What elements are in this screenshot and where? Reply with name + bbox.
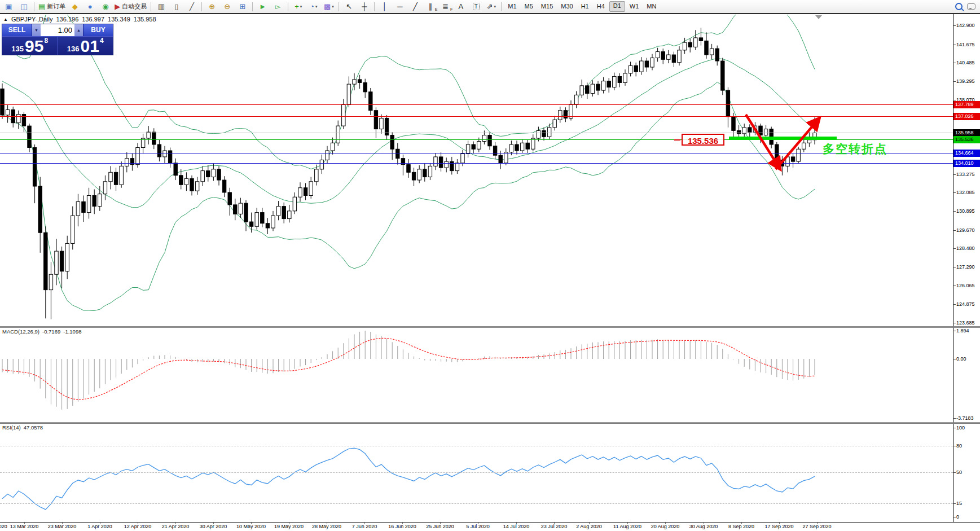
signals-icon: ◉ (102, 2, 108, 11)
volume-down-button[interactable]: ▼ (32, 24, 41, 36)
volume-up-button[interactable]: ▲ (74, 24, 83, 36)
toolbar-separator (288, 2, 288, 11)
auto-scroll-icon[interactable]: ► (256, 1, 270, 12)
buy-price-whole: 136 (67, 45, 80, 53)
horizontal-line-icon[interactable]: ─ (393, 1, 407, 12)
trendline-icon[interactable]: ╱ (408, 1, 422, 12)
new-order-button[interactable]: ▤新订单 (37, 1, 67, 12)
candlestick-chart-icon[interactable]: ▯ (169, 1, 183, 12)
signals-icon[interactable]: ◉ (98, 1, 112, 12)
chart-shift-marker[interactable] (815, 15, 822, 19)
market-icon[interactable]: ◆ (68, 1, 82, 12)
market-icon: ◆ (72, 2, 78, 11)
channel-icon[interactable]: ∥E (423, 1, 437, 12)
symbol-period-label: GBPJPY-,Daily (11, 16, 53, 23)
timeframe-mn[interactable]: MN (643, 2, 660, 11)
ohlc-high: 136.997 (82, 16, 104, 23)
zoom-in-icon[interactable]: ⊕ (205, 1, 219, 12)
chart-title: ▲ GBPJPY-,Daily 136.196 136.997 135.349 … (3, 16, 156, 23)
chart-profile-icon: ◫ (20, 2, 27, 11)
trendline-icon: ╱ (413, 2, 418, 11)
templates-button[interactable]: ▩▾ (322, 1, 336, 12)
chart-canvas[interactable]: 142.900141.675140.485139.295138.070136.8… (0, 0, 980, 531)
text-label-icon: T (473, 3, 480, 10)
toolbar-separator (501, 2, 502, 11)
fibonacci-icon[interactable]: ≣F (438, 1, 452, 12)
bar-chart-icon[interactable]: ▥ (154, 1, 168, 12)
zoom-out-icon[interactable]: ⊖ (220, 1, 234, 12)
vertical-line-icon: │ (383, 2, 387, 11)
timeframe-d1[interactable]: D1 (609, 1, 625, 12)
timeframe-h1[interactable]: H1 (578, 2, 592, 11)
rsi-name: RSI(14) (2, 424, 21, 431)
autotrade-button[interactable]: ▶自动交易 (113, 1, 148, 12)
support-price-flag-dash (674, 139, 680, 141)
vertical-line-icon[interactable]: │ (377, 1, 392, 12)
line-chart-icon[interactable]: ╱ (184, 1, 199, 12)
zoom-out-icon: ⊖ (224, 2, 230, 11)
buy-button[interactable]: BUY (83, 24, 113, 36)
ohlc-close: 135.958 (134, 16, 156, 23)
search-icon[interactable] (955, 3, 963, 10)
price-chart-svg[interactable] (0, 0, 980, 531)
candlestick-chart-icon: ▯ (174, 2, 178, 11)
timeframe-m1[interactable]: M1 (504, 2, 520, 11)
tile-windows-icon[interactable]: ⊞ (235, 1, 249, 12)
chat-icon[interactable] (967, 3, 975, 10)
channel-icon: ∥ (429, 2, 433, 11)
community-icon[interactable]: ● (83, 1, 97, 12)
macd-label: MACD(12,26,9) -0.7169 -1.1098 (2, 328, 81, 335)
macd-value-signal: -1.1098 (63, 328, 81, 335)
line-chart-icon: ╱ (190, 2, 194, 11)
support-price-flag[interactable]: 135.536 (682, 134, 724, 146)
toolbar-separator (339, 2, 339, 11)
cursor-icon[interactable]: ↖ (342, 1, 356, 12)
toolbar-separator (201, 2, 202, 11)
sell-price-pips: 95 (25, 40, 43, 53)
timeframe-m30[interactable]: M30 (557, 2, 576, 11)
ohlc-low: 135.349 (108, 16, 130, 23)
ohlc-open: 136.196 (56, 16, 78, 23)
crosshair-icon[interactable]: ┼ (357, 1, 371, 12)
timeframe-m15[interactable]: M15 (538, 2, 556, 11)
one-click-trading-panel: SELL ▼ ▲ BUY 135 95 8 136 01 4 (2, 24, 113, 55)
macd-name: MACD(12,26,9) (2, 328, 39, 335)
bar-chart-icon: ▥ (158, 2, 165, 11)
timeframe-m5[interactable]: M5 (521, 2, 537, 11)
community-icon: ● (88, 2, 93, 11)
periods-button: ◔ (310, 2, 314, 11)
toolbar-separator (252, 2, 253, 11)
chart-shift-icon[interactable]: ▻ (271, 1, 285, 12)
shapes-icon[interactable]: ⇗▾ (484, 1, 498, 12)
buy-price-pips: 01 (81, 40, 99, 53)
cursor-icon: ↖ (346, 2, 352, 11)
buy-price-point: 4 (100, 38, 104, 43)
indicators-button: + (295, 2, 299, 11)
text-icon[interactable]: A (454, 1, 468, 12)
chart-window-icon[interactable]: ▣ (2, 1, 16, 12)
chart-top-border (0, 13, 980, 14)
price-axis-border (953, 14, 953, 522)
autotrade-button-label: 自动交易 (122, 2, 147, 11)
auto-scroll-icon: ► (259, 2, 266, 11)
sell-price[interactable]: 135 95 8 (2, 37, 58, 55)
buy-price[interactable]: 136 01 4 (58, 37, 113, 55)
timeframe-w1[interactable]: W1 (626, 2, 643, 11)
turning-point-annotation[interactable]: 多空转折点 (823, 141, 887, 157)
toolbar-separator (151, 2, 151, 11)
zoom-in-icon: ⊕ (209, 2, 215, 11)
chart-profile-icon[interactable]: ◫ (17, 1, 31, 12)
periods-button[interactable]: ◔▾ (306, 1, 320, 12)
text-label-icon[interactable]: T (469, 1, 483, 12)
sell-price-whole: 135 (11, 45, 24, 53)
rsi-label: RSI(14) 47.0578 (2, 424, 43, 431)
new-order-button-label: 新订单 (47, 2, 65, 11)
timeframe-h4[interactable]: H4 (594, 2, 608, 11)
volume-input[interactable] (41, 24, 74, 36)
toolbar-separator (374, 2, 375, 11)
crosshair-icon: ┼ (362, 2, 367, 11)
mt4-window: ▣◫▤新订单◆●◉▶自动交易▥▯╱⊕⊖⊞►▻+▾◔▾▩▾↖┼│─╱∥E≣FAT⇗… (0, 0, 980, 531)
collapse-icon[interactable]: ▲ (3, 17, 8, 22)
sell-button[interactable]: SELL (2, 24, 32, 36)
indicators-button[interactable]: +▾ (291, 1, 305, 12)
